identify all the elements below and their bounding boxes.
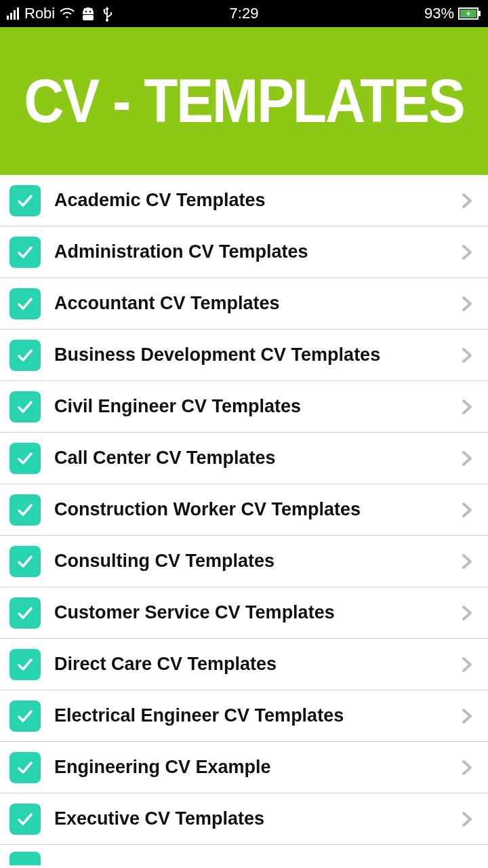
check-icon (9, 185, 41, 216)
list-item[interactable]: Electrical Engineer CV Templates (0, 690, 488, 742)
app-header: CV - TEMPLATES (0, 27, 488, 175)
chevron-right-icon (458, 501, 476, 519)
list-item-label: Accountant CV Templates (54, 293, 458, 314)
list-item-label: Engineering CV Example (54, 757, 458, 778)
check-icon (9, 649, 41, 680)
check-icon (9, 752, 41, 783)
status-bar: Robi 7:29 93% (0, 0, 488, 27)
carrier-label: Robi (24, 5, 55, 22)
list-item[interactable]: Civil Engineer CV Templates (0, 381, 488, 433)
svg-rect-10 (479, 11, 481, 16)
check-icon (9, 804, 41, 835)
check-icon (9, 546, 41, 577)
chevron-right-icon (458, 347, 476, 364)
chevron-right-icon (458, 243, 476, 261)
list-item-label: Executive CV Templates (54, 808, 458, 829)
list-item[interactable]: Administration CV Templates (0, 226, 488, 278)
android-icon (79, 6, 97, 21)
chevron-right-icon (458, 604, 476, 622)
svg-rect-0 (7, 16, 9, 20)
svg-point-5 (89, 11, 92, 13)
list-item-partial[interactable] (0, 845, 488, 865)
svg-rect-8 (83, 15, 94, 20)
check-icon (9, 237, 41, 268)
chevron-right-icon (458, 398, 476, 416)
chevron-right-icon (458, 192, 476, 210)
list-item-label: Consulting CV Templates (54, 551, 458, 572)
battery-percent: 93% (424, 5, 454, 22)
check-icon (9, 852, 41, 865)
wifi-icon (59, 7, 75, 20)
list-item-label: Customer Service CV Templates (54, 602, 458, 623)
list-item[interactable]: Academic CV Templates (0, 175, 488, 226)
list-item-label: Direct Care CV Templates (54, 654, 458, 675)
chevron-right-icon (458, 810, 476, 828)
list-item[interactable]: Engineering CV Example (0, 742, 488, 793)
check-icon (9, 443, 41, 474)
svg-point-4 (85, 11, 87, 13)
chevron-right-icon (458, 656, 476, 673)
list-item-label: Business Development CV Templates (54, 344, 458, 366)
list-item[interactable]: Construction Worker CV Templates (0, 484, 488, 536)
list-item-label: Administration CV Templates (54, 241, 458, 262)
check-icon (9, 340, 41, 371)
signal-icon (7, 7, 20, 20)
chevron-right-icon (458, 707, 476, 725)
status-right: 93% (424, 5, 481, 22)
svg-rect-2 (14, 10, 16, 20)
check-icon (9, 701, 41, 732)
status-time: 7:29 (230, 5, 259, 22)
list-item[interactable]: Customer Service CV Templates (0, 587, 488, 639)
chevron-right-icon (458, 295, 476, 313)
battery-charging-icon (458, 7, 481, 20)
app-title: CV - TEMPLATES (24, 66, 464, 136)
list-item[interactable]: Executive CV Templates (0, 793, 488, 845)
chevron-right-icon (458, 759, 476, 776)
list-item[interactable]: Accountant CV Templates (0, 278, 488, 330)
list-item[interactable]: Call Center CV Templates (0, 433, 488, 484)
list-item-label: Civil Engineer CV Templates (54, 396, 458, 417)
chevron-right-icon (458, 450, 476, 467)
list-item-label: Construction Worker CV Templates (54, 499, 458, 520)
svg-rect-3 (17, 7, 19, 20)
usb-icon (101, 5, 113, 22)
check-icon (9, 391, 41, 422)
check-icon (9, 597, 41, 629)
check-icon (9, 288, 41, 319)
check-icon (9, 494, 41, 526)
list-item[interactable]: Consulting CV Templates (0, 536, 488, 587)
list-item[interactable]: Direct Care CV Templates (0, 639, 488, 690)
list-item-label: Electrical Engineer CV Templates (54, 705, 458, 726)
status-left: Robi (7, 5, 113, 22)
template-list[interactable]: Academic CV Templates Administration CV … (0, 175, 488, 865)
svg-rect-1 (10, 13, 12, 20)
list-item[interactable]: Business Development CV Templates (0, 330, 488, 381)
list-item-label: Call Center CV Templates (54, 448, 458, 469)
list-item-label: Academic CV Templates (54, 190, 458, 211)
chevron-right-icon (458, 553, 476, 570)
